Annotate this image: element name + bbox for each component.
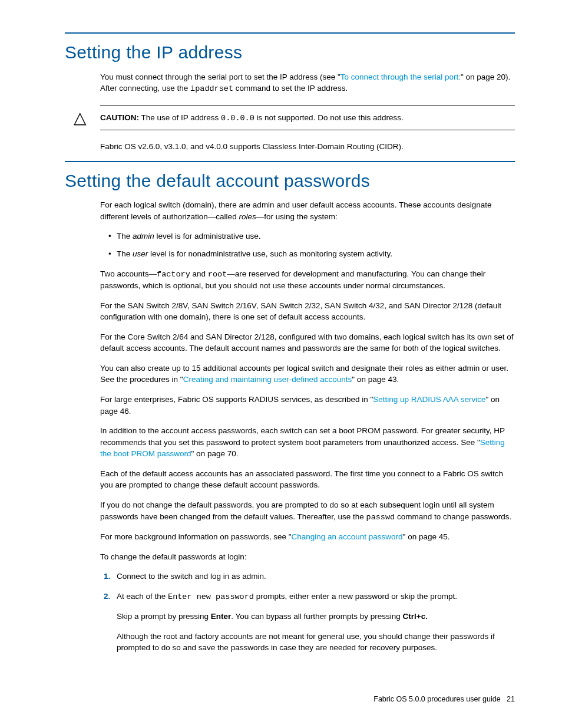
link-serial-port[interactable]: To connect through the serial port:: [340, 73, 461, 81]
paragraph: For each logical switch (domain), there …: [100, 199, 515, 222]
steps-list: Connect to the switch and log in as admi…: [100, 571, 515, 654]
caution-label: CAUTION:: [100, 113, 139, 122]
section-divider: [65, 161, 515, 162]
section-divider: [65, 32, 515, 34]
list-item: The user level is for nonadministrative …: [100, 248, 515, 260]
heading-default-passwords: Setting the default account passwords: [65, 168, 515, 194]
paragraph: You must connect through the serial port…: [100, 71, 515, 95]
link-user-accounts[interactable]: Creating and maintaining user-defined ac…: [183, 375, 352, 384]
caution-note: △ CAUTION: The use of IP address 0.0.0.0…: [100, 106, 515, 131]
paragraph: Two accounts—factory and root—are reserv…: [100, 268, 515, 292]
paragraph: To change the default passwords at login…: [100, 551, 515, 563]
caution-icon: △: [74, 110, 87, 126]
cmd-passwd: passwd: [366, 513, 395, 522]
step-note: Skip a prompt by pressing Enter. You can…: [117, 611, 515, 622]
roles-list: The admin level is for administrative us…: [100, 230, 515, 259]
step-note: Although the root and factory accounts a…: [117, 631, 515, 654]
paragraph: Fabric OS v2.6.0, v3.1.0, and v4.0.0 sup…: [100, 141, 515, 153]
paragraph: Each of the default access accounts has …: [100, 468, 515, 491]
paragraph: In addition to the account access passwo…: [100, 425, 515, 460]
paragraph: For more background information on passw…: [100, 531, 515, 543]
ip-zero: 0.0.0.0: [221, 114, 254, 123]
section2-body: For each logical switch (domain), there …: [100, 199, 515, 654]
cmd-ipaddrset: ipaddrset: [190, 84, 233, 93]
step-2: At each of the Enter new password prompt…: [100, 591, 515, 654]
step-1: Connect to the switch and log in as admi…: [100, 571, 515, 582]
link-radius[interactable]: Setting up RADIUS AAA service: [373, 395, 485, 404]
page-number: 21: [507, 695, 515, 703]
paragraph: If you do not change the default passwor…: [100, 499, 515, 523]
paragraph: For large enterprises, Fabric OS support…: [100, 394, 515, 417]
section1-body: You must connect through the serial port…: [100, 71, 515, 153]
paragraph: You can also create up to 15 additional …: [100, 363, 515, 386]
heading-setting-ip: Setting the IP address: [65, 39, 515, 65]
list-item: The admin level is for administrative us…: [100, 230, 515, 242]
footer-text: Fabric OS 5.0.0 procedures user guide: [373, 695, 500, 703]
document-page: Setting the IP address You must connect …: [0, 0, 562, 728]
page-footer: Fabric OS 5.0.0 procedures user guide 21: [373, 694, 515, 704]
paragraph: For the SAN Switch 2/8V, SAN Switch 2/16…: [100, 300, 515, 323]
link-change-password[interactable]: Changing an account password: [291, 532, 402, 541]
paragraph: For the Core Switch 2/64 and SAN Directo…: [100, 331, 515, 354]
